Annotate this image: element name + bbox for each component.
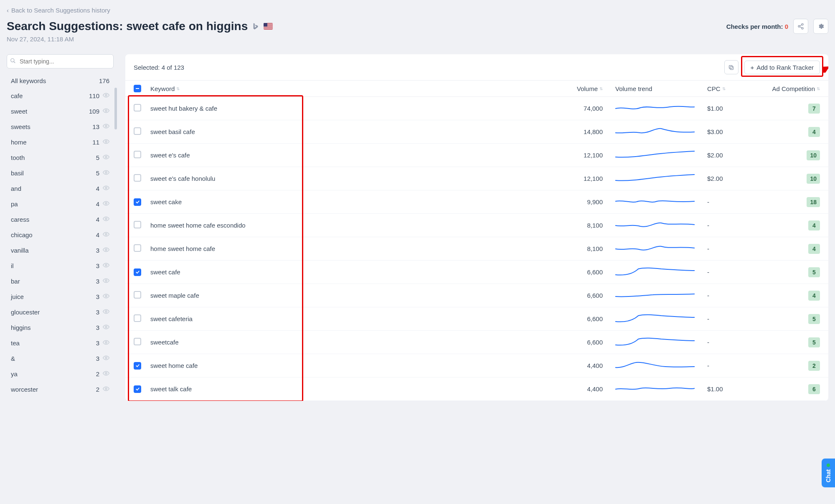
sidebar-item[interactable]: vanilla3 <box>7 243 114 258</box>
cell-keyword[interactable]: sweet home cafe <box>150 362 553 369</box>
row-checkbox[interactable] <box>134 198 141 206</box>
cell-keyword[interactable]: sweet cake <box>150 198 553 205</box>
sidebar-item[interactable]: sweets13 <box>7 119 114 134</box>
select-all-checkbox[interactable] <box>134 85 141 92</box>
cell-keyword[interactable]: home sweet home cafe <box>150 245 553 252</box>
sidebar-item[interactable]: il3 <box>7 258 114 274</box>
sidebar-item[interactable]: tea3 <box>7 335 114 351</box>
sidebar-item[interactable]: basil5 <box>7 165 114 181</box>
column-header-volume[interactable]: Volume⇅ <box>553 85 615 92</box>
sidebar-item[interactable]: juice3 <box>7 289 114 304</box>
cell-keyword[interactable]: sweet basil cafe <box>150 128 553 135</box>
sidebar-item[interactable]: cafe110 <box>7 88 114 104</box>
eye-icon[interactable] <box>103 324 109 332</box>
eye-icon[interactable] <box>103 138 109 146</box>
cell-keyword[interactable]: sweet hut bakery & cafe <box>150 105 553 112</box>
table-row: sweetcafe6,600-5 <box>125 331 828 354</box>
eye-icon[interactable] <box>103 215 109 223</box>
sidebar-item[interactable]: ya2 <box>7 366 114 382</box>
sidebar-item[interactable]: home11 <box>7 134 114 150</box>
row-checkbox[interactable] <box>134 244 141 252</box>
sidebar-item[interactable]: pa4 <box>7 196 114 212</box>
cell-volume: 8,100 <box>553 245 615 252</box>
column-header-trend: Volume trend <box>615 85 707 92</box>
keyword-search-input[interactable] <box>7 54 114 68</box>
svg-point-19 <box>105 233 107 235</box>
copy-button[interactable] <box>724 60 739 74</box>
row-checkbox[interactable] <box>134 151 141 158</box>
row-checkbox[interactable] <box>134 362 141 370</box>
sidebar-item[interactable]: sweet109 <box>7 104 114 119</box>
row-checkbox[interactable] <box>134 268 141 276</box>
column-header-cpc[interactable]: CPC⇅ <box>707 85 761 92</box>
eye-icon[interactable] <box>103 246 109 254</box>
sidebar-scrollbar[interactable] <box>114 88 117 263</box>
eye-icon[interactable] <box>103 355 109 362</box>
cell-keyword[interactable]: sweet talk cafe <box>150 385 553 393</box>
cell-volume: 74,000 <box>553 105 615 112</box>
table-row: sweet hut bakery & cafe74,000$1.007 <box>125 97 828 120</box>
row-checkbox[interactable] <box>134 291 141 299</box>
cell-trend <box>615 289 707 302</box>
eye-icon[interactable] <box>103 385 109 393</box>
row-checkbox[interactable] <box>134 221 141 228</box>
cell-keyword[interactable]: sweet e's cafe honolulu <box>150 175 553 182</box>
cell-cpc: - <box>707 292 761 299</box>
chevron-left-icon: ‹ <box>7 7 9 14</box>
sidebar-item[interactable]: and4 <box>7 181 114 196</box>
eye-icon[interactable] <box>103 123 109 131</box>
share-button[interactable] <box>793 19 808 34</box>
cell-cpc: - <box>707 268 761 276</box>
eye-icon[interactable] <box>103 154 109 162</box>
sidebar-item[interactable]: &3 <box>7 351 114 366</box>
eye-icon[interactable] <box>103 262 109 270</box>
back-link[interactable]: ‹ Back to Search Suggestions history <box>7 7 110 14</box>
sort-icon: ⇅ <box>176 86 180 91</box>
eye-icon[interactable] <box>103 185 109 192</box>
cell-ad-competition: 10 <box>761 174 820 184</box>
cell-keyword[interactable]: sweet cafe <box>150 268 553 276</box>
svg-point-27 <box>105 357 107 359</box>
row-checkbox[interactable] <box>134 314 141 322</box>
cell-ad-competition: 4 <box>761 220 820 230</box>
row-checkbox[interactable] <box>134 127 141 135</box>
row-checkbox[interactable] <box>134 174 141 182</box>
row-checkbox[interactable] <box>134 385 141 393</box>
svg-rect-4 <box>264 27 273 27</box>
row-checkbox[interactable] <box>134 338 141 345</box>
eye-icon[interactable] <box>103 107 109 115</box>
eye-icon[interactable] <box>103 92 109 100</box>
eye-icon[interactable] <box>103 308 109 316</box>
sidebar-item[interactable]: gloucester3 <box>7 304 114 320</box>
eye-icon[interactable] <box>103 200 109 208</box>
row-checkbox[interactable] <box>134 104 141 111</box>
sidebar-item[interactable]: caress4 <box>7 212 114 227</box>
eye-icon[interactable] <box>103 231 109 239</box>
eye-icon[interactable] <box>103 370 109 378</box>
cell-volume: 12,100 <box>553 175 615 182</box>
sidebar-item[interactable]: worcester2 <box>7 382 114 397</box>
cell-keyword[interactable]: home sweet home cafe escondido <box>150 222 553 229</box>
svg-point-22 <box>105 280 107 281</box>
cell-keyword[interactable]: sweet e's cafe <box>150 152 553 159</box>
sidebar-item-all[interactable]: All keywords 176 <box>7 73 114 88</box>
sidebar-item[interactable]: higgins3 <box>7 320 114 335</box>
sort-icon: ⇅ <box>722 86 726 91</box>
add-to-rank-tracker-button[interactable]: + Add to Rank Tracker <box>744 61 820 74</box>
settings-button[interactable] <box>813 19 828 34</box>
column-header-keyword[interactable]: Keyword⇅ <box>150 85 553 92</box>
column-header-ad-competition[interactable]: Ad Competition⇅ <box>761 85 820 92</box>
eye-icon[interactable] <box>103 169 109 177</box>
cell-cpc: $2.00 <box>707 175 761 182</box>
cell-keyword[interactable]: sweetcafe <box>150 339 553 346</box>
sidebar-item[interactable]: bar3 <box>7 274 114 289</box>
eye-icon[interactable] <box>103 277 109 285</box>
sidebar-item[interactable]: chicago4 <box>7 227 114 243</box>
eye-icon[interactable] <box>103 339 109 347</box>
sidebar-item[interactable]: tooth5 <box>7 150 114 165</box>
results-panel: Selected: 4 of 123 + Add to Rank Tracker <box>125 54 828 401</box>
cell-keyword[interactable]: sweet cafeteria <box>150 315 553 322</box>
cell-keyword[interactable]: sweet maple cafe <box>150 292 553 299</box>
eye-icon[interactable] <box>103 293 109 301</box>
cell-ad-competition: 5 <box>761 267 820 277</box>
